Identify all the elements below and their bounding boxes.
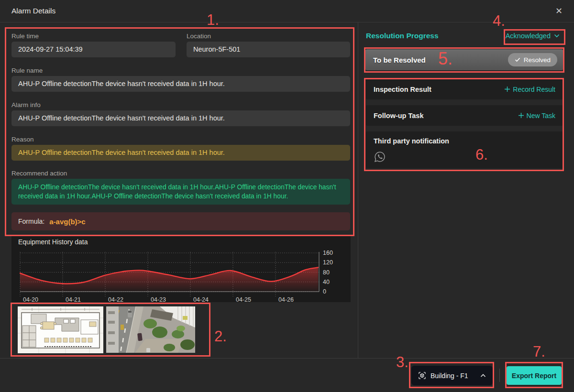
svg-text:160: 160 [323,250,333,256]
floor-plan-image [18,306,103,353]
recommend-action-field: Recommend action AHU-P Offline detection… [11,170,350,205]
svg-text:04-25: 04-25 [236,296,251,303]
reason-value: AHU-P Offline detectionThe device hasn't… [11,145,350,161]
location-input[interactable]: Neuron-5F-501 [187,42,350,57]
svg-text:40: 40 [323,279,330,285]
alarm-details-dialog: Alarm Details ✕ Rule time 2024-09-27 15:… [0,0,574,392]
follow-up-task-card: Follow-up Task New Task [366,105,563,126]
svg-text:04-24: 04-24 [193,296,209,303]
street-camera-thumbnail[interactable] [106,306,195,353]
building-floor-selector[interactable]: Building - F1 [411,366,493,385]
rule-name-input[interactable]: AHU-P Offline detectionThe device hasn't… [11,76,350,92]
record-result-label: Record Result [513,86,555,93]
footer-divider [0,358,574,359]
alarm-info-field: Alarm info AHU-P Offline detectionThe de… [11,101,350,126]
page-title: Alarm Details [11,0,55,22]
alarm-info-label: Alarm info [11,101,350,109]
annotation-label-2: 2. [214,328,227,345]
formula-field: Formula: a-avg(b)>c [11,212,350,230]
scan-cube-icon [418,371,426,380]
chart-title: Equipment History data [18,238,88,246]
resolved-button[interactable]: Resolved [508,53,557,66]
footer-separator [499,369,500,382]
follow-up-task-label: Follow-up Task [374,112,423,120]
new-task-label: New Task [527,112,555,120]
resolved-button-label: Resolved [524,56,551,64]
rule-time-field: Rule time 2024-09-27 15:04:39 [11,33,176,57]
alarm-info-input[interactable]: AHU-P Offline detectionThe device hasn't… [11,110,350,126]
export-report-button[interactable]: Export Report [507,366,562,385]
location-field: Location Neuron-5F-501 [187,33,350,57]
check-icon [515,57,520,62]
street-camera-image [106,306,195,353]
rule-name-label: Rule name [11,67,350,74]
equipment-history-card: Equipment History data 0408012016004-200… [11,235,351,302]
recommend-action-label: Recommend action [11,170,350,177]
close-icon[interactable]: ✕ [555,0,563,22]
rule-time-label: Rule time [11,33,176,40]
svg-text:04-20: 04-20 [23,296,38,303]
annotation-box-1 [5,27,354,236]
plus-icon [504,86,510,92]
svg-text:0: 0 [323,288,326,295]
reason-field: Reason AHU-P Offline detectionThe device… [11,136,350,161]
annotation-label-3: 3. [396,354,408,371]
svg-text:04-21: 04-21 [66,296,81,303]
resolution-progress-title: Resolution Progress [366,32,439,40]
chevron-down-icon [554,34,560,38]
plus-icon [518,112,524,119]
rule-time-input[interactable]: 2024-09-27 15:04:39 [11,42,176,57]
formula-value: a-avg(b)>c [49,218,85,226]
third-party-notification-card: Third party notification [366,131,563,168]
to-be-resolved-bar: To be Resolved Resolved [365,49,563,70]
building-floor-value: Building - F1 [430,372,468,380]
third-party-notification-label: Third party notification [374,137,449,145]
svg-text:120: 120 [323,259,333,266]
svg-text:80: 80 [323,269,330,276]
dialog-header: Alarm Details ✕ [0,0,574,22]
inspection-result-card: Inspection Result Record Result [366,79,563,99]
reason-label: Reason [11,136,350,143]
chevron-up-icon [480,374,486,378]
rule-name-field: Rule name AHU-P Offline detectionThe dev… [11,67,350,92]
new-task-button[interactable]: New Task [518,112,555,120]
panel-divider [358,22,358,358]
recommend-action-value: AHU-P Offline detectionThe device hasn't… [11,179,350,205]
status-dropdown[interactable]: Acknowledged [506,32,560,40]
history-chart-svg: 0408012016004-2004-2104-2204-2304-2404-2… [11,246,346,304]
location-label: Location [187,33,350,40]
to-be-resolved-label: To be Resolved [373,56,426,64]
inspection-result-label: Inspection Result [374,86,431,93]
svg-text:04-26: 04-26 [278,296,294,303]
svg-text:04-23: 04-23 [151,296,166,303]
record-result-button[interactable]: Record Result [504,86,555,93]
formula-label: Formula: [18,218,44,225]
svg-text:04-22: 04-22 [108,296,123,303]
floor-plan-thumbnail[interactable] [18,306,103,353]
whatsapp-icon[interactable] [374,151,386,163]
status-dropdown-value: Acknowledged [506,32,551,40]
